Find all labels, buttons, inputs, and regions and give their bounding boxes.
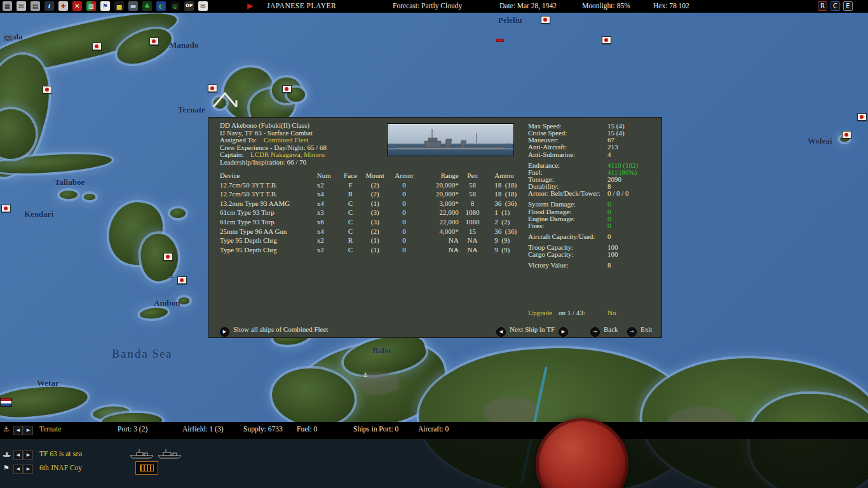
japanese-base-flag-icon[interactable]: [282, 85, 292, 93]
island: [60, 191, 78, 199]
col-mount: Mount: [361, 171, 389, 180]
japanese-base-flag-icon[interactable]: [92, 43, 102, 50]
weapon-armor: 0: [391, 245, 417, 255]
weapon-face: C: [342, 227, 360, 236]
weapon-pen: 58: [461, 189, 485, 199]
back-button[interactable]: →Back: [590, 325, 618, 334]
map-label: Ambon: [154, 298, 180, 308]
weapon-num: x4: [317, 199, 340, 208]
island: [179, 297, 189, 304]
weapon-range: 4,000*: [419, 227, 459, 236]
upgrade-link[interactable]: Upgrade: [528, 309, 552, 316]
assigned-fleet-link[interactable]: Combined Fleet: [264, 136, 309, 144]
end-turn-icon[interactable]: E: [843, 1, 853, 11]
save-icon[interactable]: ▦: [3, 1, 12, 11]
top-menu-bar: ▦ ✉ ▤ i ✚ ✕ ▥ ⚑ ▅ ▬ ♣ ◐ ◎ OP ✉ ▶ JAPANES…: [0, 0, 868, 13]
info-icon[interactable]: i: [44, 1, 54, 11]
base-name-link[interactable]: Ternate: [39, 425, 61, 433]
prev-base-button[interactable]: ◀: [13, 426, 23, 435]
japanese-base-flag-icon[interactable]: [857, 113, 867, 121]
japanese-base-flag-icon[interactable]: [842, 131, 851, 139]
reinforcements-icon[interactable]: R: [818, 1, 827, 11]
prev-unit-button[interactable]: ◀: [13, 464, 23, 474]
exit-button[interactable]: →Exit: [627, 325, 652, 334]
dutch-flag-icon[interactable]: [0, 398, 12, 407]
japanese-base-flag-icon[interactable]: [43, 86, 52, 93]
weapon-armor: 0: [391, 236, 417, 245]
intel-icon[interactable]: ▥: [86, 1, 96, 11]
japanese-base-flag-icon[interactable]: [163, 253, 173, 261]
game-screen: ggala Manado Ternate Taliaboe Kendari Am…: [0, 0, 868, 488]
upgrade-value[interactable]: No: [607, 309, 616, 316]
combat-replay-icon[interactable]: C: [831, 1, 840, 11]
play-icon[interactable]: ▶: [220, 327, 229, 337]
taskforce-icon[interactable]: [1, 450, 11, 459]
targets-icon[interactable]: ◎: [170, 1, 180, 11]
next-unit-button[interactable]: ▶: [24, 464, 33, 474]
air-unit-counter-icon[interactable]: [135, 461, 158, 475]
captain-link[interactable]: LCDR Nakagawa, Minoru: [250, 151, 325, 158]
tf-ship-counter-icon[interactable]: [129, 448, 154, 459]
map-label: Wetar: [37, 378, 59, 388]
weapon-row: 12.7cm/50 3YT T.B. x2 F (2) 0 20,000* 58…: [220, 180, 532, 190]
japanese-base-flag-icon[interactable]: [541, 16, 550, 24]
port-anchor-icon[interactable]: ⚓: [1, 425, 11, 433]
japanese-base-flag-icon[interactable]: [602, 36, 611, 44]
ship-name: DD Akebono (Fubuki(II) Class): [220, 122, 327, 130]
charts-icon[interactable]: ▅: [114, 1, 124, 11]
japanese-base-flag-icon[interactable]: [177, 276, 187, 284]
weapon-range: NA: [419, 236, 459, 245]
exit-label[interactable]: Exit: [641, 325, 652, 333]
industry-icon[interactable]: ♣: [142, 1, 152, 11]
col-face: Face: [342, 171, 360, 180]
medical-icon[interactable]: ✚: [58, 1, 68, 11]
operations-icon[interactable]: OP: [184, 1, 194, 11]
weapon-face: R: [342, 236, 360, 245]
next-tf-button[interactable]: ▶: [24, 451, 33, 460]
stat-value: 213: [607, 144, 618, 151]
flag-icon[interactable]: ⚑: [100, 1, 110, 11]
weapon-pen: NA: [461, 236, 485, 245]
japanese-base-flag-icon[interactable]: [1, 205, 11, 212]
weapon-num: x3: [317, 208, 340, 217]
reports-icon[interactable]: ✉: [17, 1, 26, 11]
weapons-table: Device Num Face Mount Armor Range Pen Am…: [220, 171, 532, 254]
stat-value: 8: [607, 262, 611, 269]
roster-icon[interactable]: ▤: [31, 1, 40, 11]
globe-icon[interactable]: ◐: [156, 1, 166, 11]
japanese-base-flag-icon[interactable]: [208, 85, 217, 92]
weapon-pen: 1080: [461, 217, 485, 227]
back-label[interactable]: Back: [604, 325, 618, 333]
assigned-label: Assigned To:: [220, 136, 257, 144]
weapon-range: 22,000: [419, 208, 459, 217]
prev-tf-button[interactable]: ◀: [13, 451, 23, 460]
losses-icon[interactable]: ✕: [72, 1, 82, 11]
convoy-marker-icon[interactable]: [496, 39, 504, 42]
show-all-ships-button[interactable]: ▶Show all ships of Combined Fleet: [220, 325, 328, 334]
unit-flag-icon[interactable]: ⚑: [1, 464, 11, 472]
japanese-base-flag-icon[interactable]: [149, 37, 159, 45]
weapon-mount: (3): [361, 208, 389, 217]
unit-link[interactable]: 6th JNAF Coy: [39, 464, 82, 471]
weapon-pen: 15: [461, 227, 485, 236]
map-label: Taliaboe: [55, 177, 85, 187]
col-device: Device: [220, 171, 315, 180]
taskforce-link[interactable]: TF 63 is at sea: [39, 450, 82, 458]
weapon-num: x4: [317, 227, 340, 236]
show-all-ships-label[interactable]: Show all ships of Combined Fleet: [233, 325, 328, 333]
prev-ship-button[interactable]: ◀: [496, 327, 506, 337]
play-turn-icon[interactable]: ▶: [245, 1, 255, 11]
next-ship-button[interactable]: ▶: [559, 327, 568, 337]
weapon-range: 20,000*: [419, 189, 459, 199]
exit-arrow-icon[interactable]: →: [627, 327, 637, 337]
stat-row: Victory Value: 8: [528, 262, 658, 269]
messages-icon[interactable]: ✉: [198, 1, 208, 11]
weapon-ammo: 9 (9): [486, 245, 552, 255]
weapons-header-row: Device Num Face Mount Armor Range Pen Am…: [220, 171, 532, 180]
tf-ship-counter-icon[interactable]: [157, 448, 182, 459]
ships-icon[interactable]: ▬: [128, 1, 138, 11]
next-base-button[interactable]: ▶: [24, 426, 33, 435]
weapon-face: C: [342, 217, 360, 227]
back-arrow-icon[interactable]: →: [590, 327, 600, 337]
stat-label: Victory Value:: [528, 261, 569, 269]
